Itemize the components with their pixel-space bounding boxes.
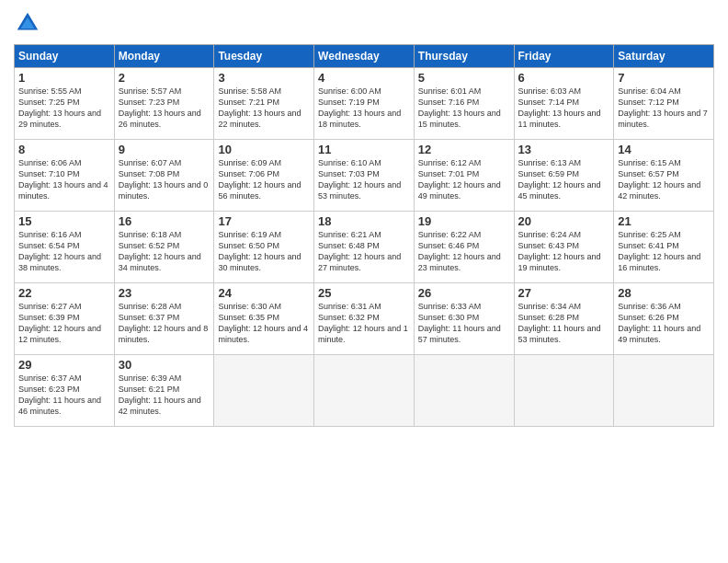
day-number: 8 — [18, 143, 110, 156]
day-number: 5 — [418, 71, 510, 85]
day-number: 27 — [518, 286, 610, 300]
table-row: 18Sunrise: 6:21 AM Sunset: 6:48 PM Dayli… — [314, 212, 415, 283]
day-info: Sunrise: 6:25 AM Sunset: 6:41 PM Dayligh… — [618, 229, 710, 274]
day-info: Sunrise: 6:01 AM Sunset: 7:16 PM Dayligh… — [418, 86, 510, 131]
day-info: Sunrise: 6:27 AM Sunset: 6:39 PM Dayligh… — [18, 301, 110, 346]
day-number: 1 — [18, 71, 110, 85]
day-info: Sunrise: 6:19 AM Sunset: 6:50 PM Dayligh… — [218, 229, 310, 274]
logo-icon — [14, 9, 41, 37]
table-row: 6Sunrise: 6:03 AM Sunset: 7:14 PM Daylig… — [514, 68, 614, 140]
table-row: 13Sunrise: 6:13 AM Sunset: 6:59 PM Dayli… — [514, 140, 614, 212]
day-number: 4 — [318, 71, 410, 85]
col-wednesday: Wednesday — [314, 45, 415, 68]
col-sunday: Sunday — [15, 45, 115, 68]
table-row: 14Sunrise: 6:15 AM Sunset: 6:57 PM Dayli… — [614, 140, 714, 212]
table-row: 22Sunrise: 6:27 AM Sunset: 6:39 PM Dayli… — [15, 283, 115, 355]
table-row: 8Sunrise: 6:06 AM Sunset: 7:10 PM Daylig… — [15, 140, 115, 212]
table-row — [314, 355, 415, 427]
table-row: 21Sunrise: 6:25 AM Sunset: 6:41 PM Dayli… — [614, 212, 714, 283]
calendar-table: Sunday Monday Tuesday Wednesday Thursday… — [14, 44, 714, 427]
table-row: 15Sunrise: 6:16 AM Sunset: 6:54 PM Dayli… — [15, 212, 115, 283]
day-number: 3 — [218, 71, 310, 85]
day-info: Sunrise: 6:31 AM Sunset: 6:32 PM Dayligh… — [318, 301, 410, 346]
table-row: 29Sunrise: 6:37 AM Sunset: 6:23 PM Dayli… — [15, 355, 115, 427]
day-number: 16 — [119, 214, 210, 228]
table-row: 24Sunrise: 6:30 AM Sunset: 6:35 PM Dayli… — [214, 283, 314, 355]
day-number: 20 — [518, 214, 610, 228]
table-row: 25Sunrise: 6:31 AM Sunset: 6:32 PM Dayli… — [314, 283, 415, 355]
day-info: Sunrise: 6:04 AM Sunset: 7:12 PM Dayligh… — [618, 86, 710, 131]
table-row: 4Sunrise: 6:00 AM Sunset: 7:19 PM Daylig… — [314, 68, 415, 140]
table-row: 1Sunrise: 5:55 AM Sunset: 7:25 PM Daylig… — [15, 68, 115, 140]
col-tuesday: Tuesday — [214, 45, 314, 68]
day-info: Sunrise: 6:22 AM Sunset: 6:46 PM Dayligh… — [418, 229, 510, 274]
day-number: 28 — [618, 286, 710, 300]
table-row: 10Sunrise: 6:09 AM Sunset: 7:06 PM Dayli… — [214, 140, 314, 212]
day-number: 21 — [618, 214, 710, 228]
day-number: 2 — [119, 71, 210, 85]
table-row: 7Sunrise: 6:04 AM Sunset: 7:12 PM Daylig… — [614, 68, 714, 140]
day-number: 17 — [218, 214, 310, 228]
header — [14, 9, 714, 37]
table-row: 16Sunrise: 6:18 AM Sunset: 6:52 PM Dayli… — [114, 212, 214, 283]
day-info: Sunrise: 6:18 AM Sunset: 6:52 PM Dayligh… — [119, 229, 210, 274]
table-row: 3Sunrise: 5:58 AM Sunset: 7:21 PM Daylig… — [214, 68, 314, 140]
day-info: Sunrise: 6:30 AM Sunset: 6:35 PM Dayligh… — [218, 301, 310, 346]
day-info: Sunrise: 6:37 AM Sunset: 6:23 PM Dayligh… — [18, 373, 110, 418]
logo — [14, 9, 45, 37]
day-number: 9 — [119, 143, 210, 156]
day-info: Sunrise: 6:33 AM Sunset: 6:30 PM Dayligh… — [418, 301, 510, 346]
table-row: 23Sunrise: 6:28 AM Sunset: 6:37 PM Dayli… — [114, 283, 214, 355]
table-row: 9Sunrise: 6:07 AM Sunset: 7:08 PM Daylig… — [114, 140, 214, 212]
day-info: Sunrise: 5:57 AM Sunset: 7:23 PM Dayligh… — [119, 86, 210, 131]
table-row: 28Sunrise: 6:36 AM Sunset: 6:26 PM Dayli… — [614, 283, 714, 355]
calendar-page: Sunday Monday Tuesday Wednesday Thursday… — [0, 0, 728, 563]
day-number: 14 — [618, 143, 710, 156]
day-number: 11 — [318, 143, 410, 156]
day-info: Sunrise: 6:00 AM Sunset: 7:19 PM Dayligh… — [318, 86, 410, 131]
col-friday: Friday — [514, 45, 614, 68]
table-row: 30Sunrise: 6:39 AM Sunset: 6:21 PM Dayli… — [114, 355, 214, 427]
day-info: Sunrise: 6:15 AM Sunset: 6:57 PM Dayligh… — [618, 157, 710, 202]
day-info: Sunrise: 5:55 AM Sunset: 7:25 PM Dayligh… — [18, 86, 110, 131]
day-number: 29 — [18, 358, 110, 372]
day-number: 13 — [518, 143, 610, 156]
day-info: Sunrise: 6:34 AM Sunset: 6:28 PM Dayligh… — [518, 301, 610, 346]
table-row — [414, 355, 514, 427]
day-info: Sunrise: 6:16 AM Sunset: 6:54 PM Dayligh… — [18, 229, 110, 274]
day-number: 7 — [618, 71, 710, 85]
day-number: 30 — [119, 358, 210, 372]
table-row: 12Sunrise: 6:12 AM Sunset: 7:01 PM Dayli… — [414, 140, 514, 212]
table-row: 20Sunrise: 6:24 AM Sunset: 6:43 PM Dayli… — [514, 212, 614, 283]
table-row: 5Sunrise: 6:01 AM Sunset: 7:16 PM Daylig… — [414, 68, 514, 140]
day-number: 23 — [119, 286, 210, 300]
day-info: Sunrise: 6:36 AM Sunset: 6:26 PM Dayligh… — [618, 301, 710, 346]
col-saturday: Saturday — [614, 45, 714, 68]
day-number: 25 — [318, 286, 410, 300]
calendar-body: 1Sunrise: 5:55 AM Sunset: 7:25 PM Daylig… — [15, 68, 714, 427]
col-thursday: Thursday — [414, 45, 514, 68]
day-info: Sunrise: 6:12 AM Sunset: 7:01 PM Dayligh… — [418, 157, 510, 202]
header-row: Sunday Monday Tuesday Wednesday Thursday… — [15, 45, 714, 68]
day-info: Sunrise: 6:09 AM Sunset: 7:06 PM Dayligh… — [218, 157, 310, 202]
col-monday: Monday — [114, 45, 214, 68]
day-number: 6 — [518, 71, 610, 85]
day-info: Sunrise: 6:24 AM Sunset: 6:43 PM Dayligh… — [518, 229, 610, 274]
day-number: 22 — [18, 286, 110, 300]
day-number: 12 — [418, 143, 510, 156]
table-row: 26Sunrise: 6:33 AM Sunset: 6:30 PM Dayli… — [414, 283, 514, 355]
day-info: Sunrise: 6:06 AM Sunset: 7:10 PM Dayligh… — [18, 157, 110, 202]
day-number: 15 — [18, 214, 110, 228]
day-info: Sunrise: 5:58 AM Sunset: 7:21 PM Dayligh… — [218, 86, 310, 131]
day-info: Sunrise: 6:07 AM Sunset: 7:08 PM Dayligh… — [119, 157, 210, 202]
table-row: 19Sunrise: 6:22 AM Sunset: 6:46 PM Dayli… — [414, 212, 514, 283]
day-info: Sunrise: 6:10 AM Sunset: 7:03 PM Dayligh… — [318, 157, 410, 202]
day-info: Sunrise: 6:13 AM Sunset: 6:59 PM Dayligh… — [518, 157, 610, 202]
table-row: 11Sunrise: 6:10 AM Sunset: 7:03 PM Dayli… — [314, 140, 415, 212]
day-number: 24 — [218, 286, 310, 300]
day-number: 10 — [218, 143, 310, 156]
table-row: 2Sunrise: 5:57 AM Sunset: 7:23 PM Daylig… — [114, 68, 214, 140]
day-info: Sunrise: 6:03 AM Sunset: 7:14 PM Dayligh… — [518, 86, 610, 131]
day-info: Sunrise: 6:28 AM Sunset: 6:37 PM Dayligh… — [119, 301, 210, 346]
table-row — [614, 355, 714, 427]
